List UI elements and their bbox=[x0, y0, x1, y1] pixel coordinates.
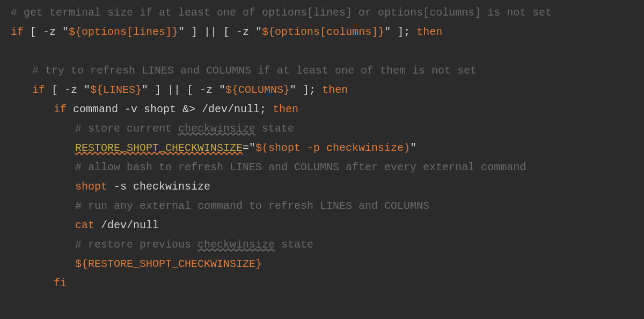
code-token: state bbox=[255, 120, 294, 137]
code-line: # allow bash to refresh LINES and COLUMN… bbox=[0, 159, 644, 178]
code-token: then bbox=[416, 24, 442, 41]
code-token: if bbox=[54, 101, 67, 118]
code-token: " bbox=[410, 140, 416, 157]
code-token: # allow bash to refresh LINES and COLUMN… bbox=[75, 159, 526, 176]
code-token: # run any external command to refresh LI… bbox=[75, 198, 429, 215]
code-token: # get terminal size if at least one of o… bbox=[11, 4, 552, 21]
code-line: if command -v shopt &> /dev/null; then bbox=[0, 101, 644, 120]
code-line: fi bbox=[0, 275, 644, 294]
code-token: fi bbox=[54, 275, 67, 292]
code-line: shopt -s checkwinsize bbox=[0, 178, 644, 198]
code-token: # store current bbox=[75, 120, 178, 137]
code-token: checkwinsize bbox=[178, 120, 255, 137]
code-token: [ -z " bbox=[24, 24, 69, 41]
code-line: if [ -z "${options[lines]}" ] || [ -z "$… bbox=[0, 24, 644, 43]
code-token: /dev/null bbox=[94, 217, 159, 234]
code-token: ${COLUMNS} bbox=[225, 82, 290, 99]
code-token: # try to refresh LINES and COLUMNS if at… bbox=[32, 62, 477, 79]
code-token: if bbox=[32, 82, 45, 99]
code-token: state bbox=[275, 236, 313, 253]
code-line: # store current checkwinsize state bbox=[0, 120, 644, 140]
code-token: RESTORE_SHOPT_CHECKWINSIZE bbox=[75, 140, 243, 157]
code-token: ${LINES} bbox=[90, 82, 142, 99]
code-editor: # get terminal size if at least one of o… bbox=[0, 0, 644, 319]
code-token: " ] || [ -z " bbox=[178, 24, 262, 41]
code-line: cat /dev/null bbox=[0, 217, 644, 236]
code-line: # restore previous checkwinsize state bbox=[0, 236, 644, 256]
code-line: if [ -z "${LINES}" ] || [ -z "${COLUMNS}… bbox=[0, 82, 644, 101]
code-line: # try to refresh LINES and COLUMNS if at… bbox=[0, 62, 644, 82]
code-token: ${RESTORE_SHOPT_CHECKWINSIZE} bbox=[75, 256, 262, 273]
code-token: command -v shopt &> /dev/null; bbox=[67, 101, 273, 118]
code-token: " ] || [ -z " bbox=[142, 82, 225, 99]
code-line: # get terminal size if at least one of o… bbox=[0, 4, 644, 24]
code-token: # restore previous bbox=[75, 236, 197, 253]
code-token: -s checkwinsize bbox=[107, 178, 210, 195]
code-token: $(shopt -p checkwinsize) bbox=[255, 140, 410, 157]
code-line: ${RESTORE_SHOPT_CHECKWINSIZE} bbox=[0, 256, 644, 275]
code-token: " ]; bbox=[290, 82, 322, 99]
code-line bbox=[0, 43, 644, 62]
code-token: " ]; bbox=[384, 24, 416, 41]
code-token: cat bbox=[75, 217, 94, 234]
code-line: # run any external command to refresh LI… bbox=[0, 198, 644, 217]
code-line: RESTORE_SHOPT_CHECKWINSIZE="$(shopt -p c… bbox=[0, 140, 644, 159]
code-token: checkwinsize bbox=[197, 236, 275, 253]
code-token: =" bbox=[243, 140, 255, 157]
code-token: ${options[columns]} bbox=[262, 24, 384, 41]
code-token: if bbox=[11, 24, 24, 41]
code-token: shopt bbox=[75, 178, 107, 195]
code-token: ${options[lines]} bbox=[69, 24, 178, 41]
code-token: then bbox=[273, 101, 298, 118]
code-token: [ -z " bbox=[45, 82, 90, 99]
code-token: then bbox=[322, 82, 348, 99]
